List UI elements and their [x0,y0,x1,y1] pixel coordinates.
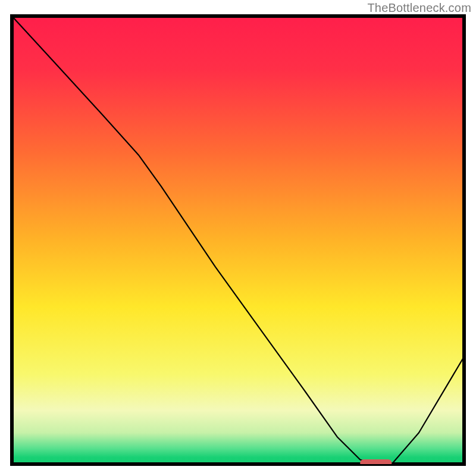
watermark-label: TheBottleneck.com [367,1,471,15]
chart-frame: TheBottleneck.com [0,0,476,476]
plot-background-gradient [12,16,464,464]
bottleneck-chart [0,0,476,476]
